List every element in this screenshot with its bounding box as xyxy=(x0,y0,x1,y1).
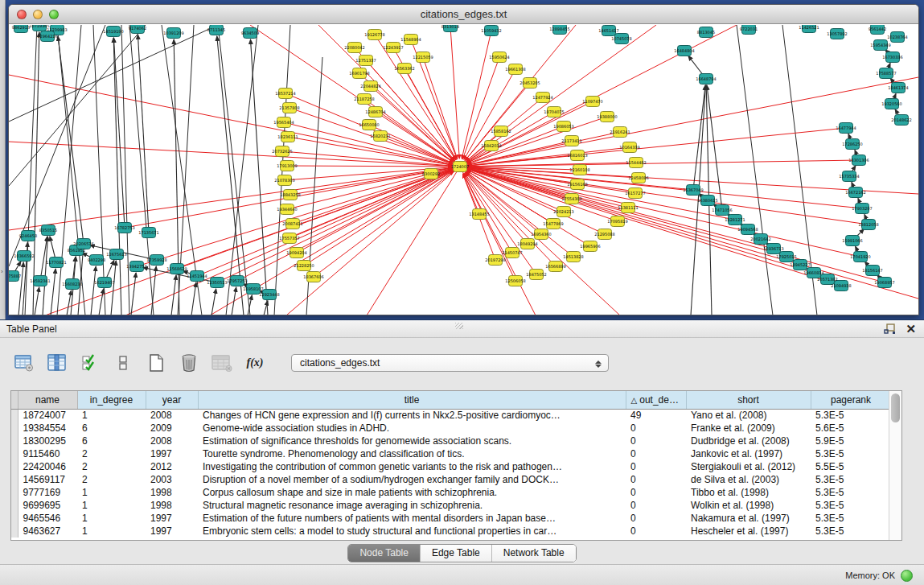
table-row[interactable]: 1872400712008Changes of HCN gene express… xyxy=(11,409,889,422)
function-builder-button[interactable]: f(x) xyxy=(244,352,266,374)
cell-name[interactable]: 18724007 xyxy=(18,409,77,422)
cell-title[interactable]: Genome-wide association studies in ADHD. xyxy=(198,422,626,435)
cell-name[interactable]: 18300295 xyxy=(18,435,77,447)
panel-resize-grip[interactable] xyxy=(455,323,463,329)
cell-out_de[interactable]: 0 xyxy=(626,435,686,447)
cell-in_degree[interactable]: 6 xyxy=(77,435,146,447)
cell-pagerank[interactable]: 5.3E-5 xyxy=(811,447,889,460)
cell-short[interactable]: Wolkin et al. (1998) xyxy=(686,499,811,512)
cell-in_degree[interactable]: 1 xyxy=(77,486,146,499)
cell-pagerank[interactable]: 5.3E-5 xyxy=(811,525,889,538)
column-header-in_degree[interactable]: in_degree xyxy=(77,391,146,409)
tab-node-table[interactable]: Node Table xyxy=(348,545,421,562)
cell-year[interactable]: 2012 xyxy=(146,460,198,473)
cell-year[interactable]: 2008 xyxy=(146,435,198,447)
cell-short[interactable]: Nakamura et al. (1997) xyxy=(686,512,811,525)
cell-name[interactable]: 14569117 xyxy=(18,473,77,486)
new-column-button[interactable] xyxy=(145,352,167,374)
cell-in_degree[interactable]: 6 xyxy=(77,422,146,435)
cell-year[interactable]: 2009 xyxy=(146,422,198,435)
table-row[interactable]: 1456911722003Disruption of a novel membe… xyxy=(11,473,889,486)
cell-pagerank[interactable]: 5.9E-5 xyxy=(811,435,889,447)
cell-pagerank[interactable]: 5.5E-5 xyxy=(811,460,889,473)
cell-short[interactable]: Jankovic et al. (1997) xyxy=(686,447,811,460)
cell-short[interactable]: Yano et al. (2008) xyxy=(686,409,811,422)
cell-pagerank[interactable]: 5.3E-5 xyxy=(811,473,889,486)
cell-in_degree[interactable]: 2 xyxy=(77,460,146,473)
cell-year[interactable]: 1998 xyxy=(146,486,198,499)
scrollbar-thumb[interactable] xyxy=(891,393,900,422)
column-header-out_de[interactable]: △out_de… xyxy=(626,391,686,409)
cell-out_de[interactable]: 0 xyxy=(626,447,686,460)
cell-in_degree[interactable]: 2 xyxy=(77,473,146,486)
cell-year[interactable]: 2003 xyxy=(146,473,198,486)
cell-name[interactable]: 9777169 xyxy=(18,486,77,499)
cell-short[interactable]: de Silva et al. (2003) xyxy=(686,473,811,486)
column-visibility-button[interactable] xyxy=(46,352,68,374)
cell-pagerank[interactable]: 5.3E-5 xyxy=(811,486,889,499)
zoom-window-button[interactable] xyxy=(49,10,59,19)
cell-short[interactable]: Dudbridge et al. (2008) xyxy=(686,435,811,447)
cell-pagerank[interactable]: 5.3E-5 xyxy=(811,512,889,525)
cell-short[interactable]: Hescheler et al. (1997) xyxy=(686,525,811,538)
cell-name[interactable]: 9463627 xyxy=(18,525,77,538)
cell-title[interactable]: Corpus callosum shape and size in male p… xyxy=(198,486,626,499)
cell-name[interactable]: 22420046 xyxy=(18,460,77,473)
cell-title[interactable]: Estimation of significance thresholds fo… xyxy=(198,435,626,447)
cell-title[interactable]: Estimation of the future numbers of pati… xyxy=(198,512,626,525)
cell-in_degree[interactable]: 1 xyxy=(77,409,146,422)
column-select-button[interactable] xyxy=(79,352,101,374)
column-header-short[interactable]: short xyxy=(686,391,811,409)
table-row[interactable]: 2242004622012Investigating the contribut… xyxy=(11,460,889,473)
table-selector-dropdown[interactable]: citations_edges.txt xyxy=(291,354,609,372)
minimize-window-button[interactable] xyxy=(33,10,43,19)
column-header-name[interactable]: name xyxy=(18,391,77,409)
cell-pagerank[interactable]: 5.3E-5 xyxy=(811,499,889,512)
cell-out_de[interactable]: 0 xyxy=(626,512,686,525)
cell-in_degree[interactable]: 1 xyxy=(77,525,146,538)
cell-pagerank[interactable]: 5.3E-5 xyxy=(811,409,889,422)
cell-in_degree[interactable]: 2 xyxy=(77,447,146,460)
delete-table-button-disabled[interactable] xyxy=(211,352,233,374)
cell-title[interactable]: Embryonic stem cells: a model to study s… xyxy=(198,525,626,538)
cell-year[interactable]: 1997 xyxy=(146,447,198,460)
cell-out_de[interactable]: 49 xyxy=(626,409,686,422)
cell-title[interactable]: Disruption of a novel member of a sodium… xyxy=(198,473,626,486)
float-panel-icon[interactable] xyxy=(884,323,896,335)
cell-out_de[interactable]: 0 xyxy=(626,473,686,486)
column-header-title[interactable]: title xyxy=(198,391,626,409)
cell-year[interactable]: 2008 xyxy=(146,409,198,422)
table-row[interactable]: 969969511998Structural magnetic resonanc… xyxy=(11,499,889,512)
table-row[interactable]: 911546021997Tourette syndrome. Phenomeno… xyxy=(11,447,889,460)
column-header-year[interactable]: year xyxy=(146,391,198,409)
collapse-handle-icon[interactable]: › xyxy=(1,268,3,275)
delete-column-button[interactable] xyxy=(178,352,200,374)
network-view-window[interactable]: citations_edges.txt 17240071853721421357… xyxy=(8,4,919,315)
cell-title[interactable]: Structural magnetic resonance image aver… xyxy=(198,499,626,512)
cell-in_degree[interactable]: 1 xyxy=(77,499,146,512)
close-window-button[interactable] xyxy=(17,10,27,19)
cell-title[interactable]: Changes of HCN gene expression and I(f) … xyxy=(198,409,626,422)
column-header-pagerank[interactable]: pagerank xyxy=(811,391,889,409)
citation-network-graph[interactable]: 1724007185372142135780819565404182361112… xyxy=(9,25,918,315)
cell-year[interactable]: 1997 xyxy=(146,525,198,538)
cell-name[interactable]: 19384554 xyxy=(18,422,77,435)
vertical-scrollbar[interactable] xyxy=(889,391,901,540)
cell-out_de[interactable]: 0 xyxy=(626,486,686,499)
cell-short[interactable]: Tibbo et al. (1998) xyxy=(686,486,811,499)
cell-name[interactable]: 9699695 xyxy=(18,499,77,512)
row-height-button[interactable] xyxy=(112,352,134,374)
cell-title[interactable]: Investigating the contribution of common… xyxy=(198,460,626,473)
cell-year[interactable]: 1998 xyxy=(146,499,198,512)
cell-out_de[interactable]: 0 xyxy=(626,525,686,538)
table-panel-header[interactable]: Table Panel ✕ xyxy=(0,320,924,338)
cell-title[interactable]: Tourette syndrome. Phenomenology and cla… xyxy=(198,447,626,460)
tab-edge-table[interactable]: Edge Table xyxy=(421,545,492,562)
table-row[interactable]: 1830029562008Estimation of significance … xyxy=(11,435,889,447)
cell-out_de[interactable]: 0 xyxy=(626,422,686,435)
memory-status-icon[interactable] xyxy=(901,570,913,582)
cell-name[interactable]: 9465546 xyxy=(18,512,77,525)
cell-short[interactable]: Stergiakouli et al. (2012) xyxy=(686,460,811,473)
table-row[interactable]: 977716911998Corpus callosum shape and si… xyxy=(11,486,889,499)
table-row[interactable]: 946554611997Estimation of the future num… xyxy=(11,512,889,525)
